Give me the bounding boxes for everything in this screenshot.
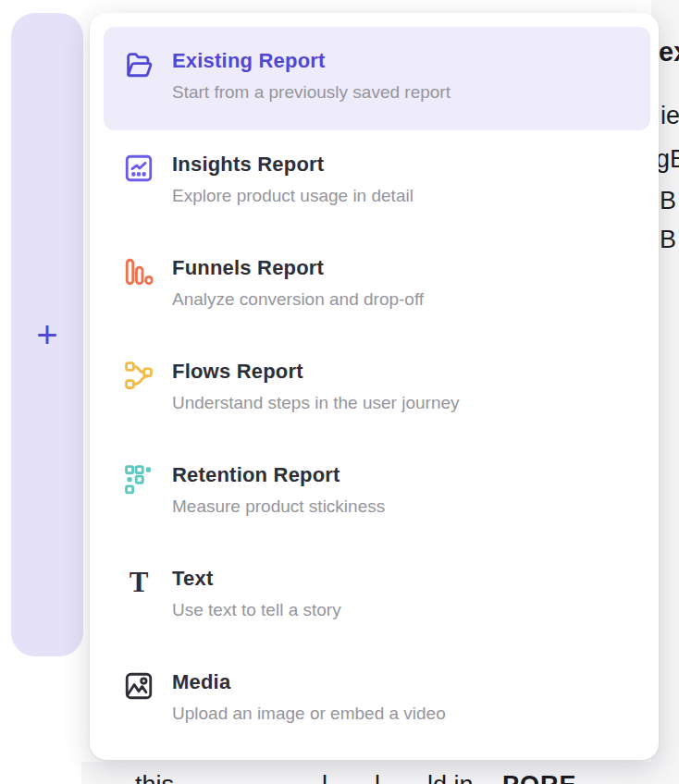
menu-item-existing-report[interactable]: Existing Report Start from a previously … bbox=[104, 27, 650, 130]
menu-item-title: Media bbox=[172, 670, 446, 694]
add-card-rail[interactable]: + bbox=[11, 13, 83, 656]
menu-item-title: Text bbox=[172, 567, 341, 591]
bg-text-fragment: this bbox=[135, 773, 174, 784]
menu-item-subtitle: Explore product usage in detail bbox=[172, 185, 414, 207]
menu-item-funnels-report[interactable]: Funnels Report Analyze conversion and dr… bbox=[104, 234, 650, 337]
menu-item-retention-report[interactable]: Retention Report Measure product stickin… bbox=[104, 441, 650, 545]
bg-text-fragment: B bbox=[660, 189, 676, 214]
menu-item-text[interactable]: T Text Use text to tell a story bbox=[104, 545, 650, 648]
menu-item-subtitle: Measure product stickiness bbox=[172, 496, 385, 518]
add-report-menu: Existing Report Start from a previously … bbox=[90, 13, 659, 760]
funnel-bars-icon bbox=[123, 256, 154, 288]
bg-text-fragment: ex bbox=[659, 39, 679, 66]
background-text-fragments-bottom: this l l ld in PORE bbox=[0, 770, 679, 784]
bg-text-fragment: ld in bbox=[427, 773, 474, 784]
retention-grid-icon bbox=[123, 463, 154, 495]
menu-item-title: Funnels Report bbox=[172, 256, 424, 280]
bg-text-fragment: ie bbox=[660, 104, 679, 129]
bg-text-fragment: gE bbox=[656, 147, 679, 172]
bg-text-fragment: l bbox=[375, 773, 380, 784]
menu-item-subtitle: Start from a previously saved report bbox=[172, 81, 451, 104]
menu-item-media[interactable]: Media Upload an image or embed a video bbox=[104, 648, 650, 752]
folder-open-icon bbox=[123, 49, 154, 80]
menu-item-title: Insights Report bbox=[172, 153, 414, 177]
menu-item-title: Flows Report bbox=[172, 360, 460, 384]
line-chart-icon bbox=[123, 153, 154, 184]
bg-text-fragment: B bbox=[660, 227, 676, 252]
menu-item-title: Existing Report bbox=[172, 49, 451, 73]
plus-icon[interactable]: + bbox=[36, 316, 57, 353]
text-icon: T bbox=[123, 567, 154, 598]
bg-text-fragment: PORE bbox=[502, 773, 577, 784]
menu-item-title: Retention Report bbox=[172, 463, 385, 487]
menu-item-insights-report[interactable]: Insights Report Explore product usage in… bbox=[104, 130, 650, 234]
media-image-icon bbox=[123, 670, 154, 702]
menu-item-flows-report[interactable]: Flows Report Understand steps in the use… bbox=[104, 337, 650, 441]
menu-item-subtitle: Use text to tell a story bbox=[172, 599, 341, 621]
serif-t-glyph: T bbox=[130, 567, 149, 598]
menu-item-subtitle: Understand steps in the user journey bbox=[172, 392, 460, 414]
menu-item-subtitle: Upload an image or embed a video bbox=[172, 703, 446, 725]
flow-path-icon bbox=[123, 360, 154, 391]
bg-text-fragment: l bbox=[322, 773, 327, 784]
menu-item-subtitle: Analyze conversion and drop-off bbox=[172, 288, 424, 311]
